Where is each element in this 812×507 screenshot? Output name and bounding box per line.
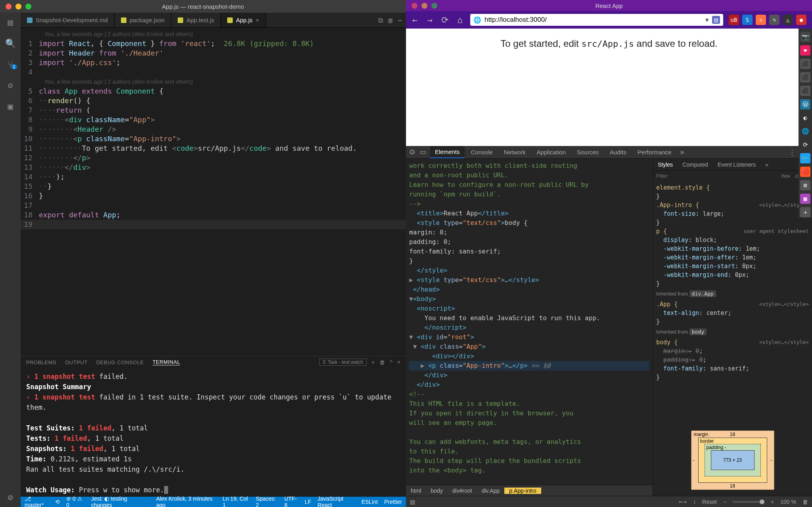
git-branch[interactable]: ⎇ master* (25, 495, 49, 507)
tab-performance[interactable]: Performance (633, 146, 676, 158)
panel-tab-terminal[interactable]: TERMINAL (153, 359, 180, 365)
url-bar[interactable]: 🌐 ▾ ▤ (470, 14, 723, 26)
split-editor-icon[interactable]: ▥ (389, 16, 393, 24)
devtools-tabs: ⯐ ▭ Elements Console Network Application… (406, 146, 812, 159)
url-input[interactable] (485, 16, 702, 24)
dom-tree[interactable]: work correctly both with client-side rou… (406, 159, 653, 485)
kill-terminal-icon[interactable]: 🗑 (379, 359, 385, 365)
side-ext-4[interactable]: ⬛ (800, 72, 810, 83)
tab-app-js[interactable]: App.js× (221, 13, 266, 27)
prettier-status[interactable]: Prettier (384, 499, 402, 505)
zoom-out-icon[interactable]: − (723, 499, 726, 505)
close-panel-icon[interactable]: × (397, 359, 400, 365)
side-ext-11[interactable]: 🔴 (800, 167, 810, 177)
side-ext-twitter-icon[interactable]: 🐦 (800, 153, 810, 163)
extensions-icon[interactable]: ▣ (8, 102, 13, 111)
box-model[interactable]: margin 18 18 - - border padding - 773 × … (653, 424, 812, 496)
forward-button[interactable]: → (425, 15, 435, 25)
side-ext-2[interactable]: ❤ (800, 45, 810, 56)
panel-tab-output[interactable]: OUTPUT (65, 359, 87, 365)
eol[interactable]: LF (304, 499, 311, 505)
more-tabs-icon[interactable]: » (678, 148, 687, 156)
styles-tab-computed[interactable]: Computed (678, 161, 713, 168)
toggle-hov[interactable]: :hov (780, 173, 790, 179)
home-button[interactable]: ⌂ (455, 15, 465, 25)
codelens-authors[interactable]: You, a few seconds ago | 2 authors (Alex… (39, 29, 193, 39)
inspect-element-icon[interactable]: ⯐ (409, 148, 416, 156)
side-ext-9[interactable]: ⟳ (800, 140, 810, 150)
style-rules[interactable]: element.style { } <style>…</style>.App-i… (653, 182, 812, 424)
tab-elements[interactable]: Elements (430, 146, 465, 158)
device-toolbar-icon[interactable]: ▭ (420, 148, 426, 156)
devtools-menu-icon[interactable]: ⋮ (786, 148, 798, 157)
tab-sources[interactable]: Sources (572, 146, 603, 158)
tab-app-test[interactable]: App.test.js (171, 13, 221, 27)
more-actions-icon[interactable]: ⋯ (398, 16, 402, 24)
react-devtools-icon[interactable]: ⚛ (756, 15, 766, 25)
styles-tab-styles[interactable]: Styles (653, 161, 678, 168)
side-ext-8[interactable]: 🌐 (800, 126, 810, 136)
git-blame[interactable]: Alex Krolick, 3 minutes ago (156, 495, 216, 507)
compare-changes-icon[interactable]: ⧉ (378, 16, 383, 24)
responsive-height-icon[interactable]: ↕ (693, 499, 696, 505)
encoding[interactable]: UTF-8 (284, 495, 299, 507)
styles-tab-listeners[interactable]: Event Listeners (713, 161, 761, 168)
side-ext-3[interactable]: ⬛ (800, 59, 810, 69)
eslint-status[interactable]: ESLint (362, 499, 378, 505)
browser-viewport: 📷 ❤ ⬛ ⬛ ⬛ Ⓦ ◐ 🌐 ⟳ 🐦 🔴 ⚙ ▦ ＋ To get start… (406, 29, 812, 146)
reload-button[interactable]: ⟳ (440, 15, 450, 25)
jest-status[interactable]: Jest: ◐ testing changes (91, 495, 144, 507)
console-drawer-icon[interactable]: ▤ (410, 499, 415, 505)
codelens-authors-2[interactable]: You, a few seconds ago | 2 authors (Alex… (39, 77, 193, 86)
url-dropdown-icon[interactable]: ▾ (705, 16, 709, 24)
code-editor[interactable]: You, a few seconds ago | 2 authors (Alex… (21, 28, 406, 356)
tab-audits[interactable]: Audits (605, 146, 631, 158)
settings-gear-icon[interactable]: ⚙ (8, 492, 13, 502)
side-ext-5[interactable]: ⬛ (800, 86, 810, 96)
pocket-icon[interactable]: ● (796, 15, 806, 25)
tab-snapshot-dev[interactable]: Snapshot-Development.md (21, 13, 115, 27)
sync-icon[interactable]: ⟲ (55, 499, 60, 505)
terminal-output[interactable]: › 1 snapshot test failed. Snapshot Summa… (21, 368, 406, 497)
responsive-width-icon[interactable]: ⟷ (679, 499, 687, 505)
tab-network[interactable]: Network (499, 146, 530, 158)
ext-icon-5[interactable]: △ (783, 15, 793, 25)
styles-filter-input[interactable] (656, 173, 776, 179)
terminal-selector[interactable]: 3: Task - test:watch (319, 359, 367, 366)
crumb-body[interactable]: body (426, 488, 447, 494)
explorer-icon[interactable]: ▤ (8, 17, 13, 27)
crumb-root[interactable]: div#root (448, 488, 477, 494)
ext-icon-4[interactable]: ✎ (769, 15, 779, 25)
crumb-app-intro[interactable]: p.App-intro (504, 488, 541, 494)
language-mode[interactable]: JavaScript React (318, 495, 355, 507)
trash-icon[interactable]: 🗑 (802, 499, 808, 505)
side-ext-1[interactable]: 📷 (800, 32, 810, 42)
side-ext-wordpress-icon[interactable]: Ⓦ (800, 99, 810, 109)
indent[interactable]: Spaces: 2 (256, 495, 278, 507)
debug-icon[interactable]: ⊘ (8, 81, 13, 90)
back-button[interactable]: ← (410, 15, 419, 25)
side-ext-12[interactable]: ⚙ (800, 180, 810, 190)
reset-zoom[interactable]: Reset (702, 499, 717, 505)
tab-console[interactable]: Console (466, 146, 498, 158)
stylus-icon[interactable]: S (742, 15, 753, 25)
more-styles-tabs-icon[interactable]: » (760, 161, 773, 168)
problems-count[interactable]: ⊘ 0 ⚠ 0 (66, 495, 85, 507)
close-tab-icon[interactable]: × (256, 17, 259, 23)
crumb-html[interactable]: html (406, 488, 426, 494)
tab-package-json[interactable]: package.json (115, 13, 171, 27)
ublock-icon[interactable]: uB (729, 15, 739, 25)
maximize-panel-icon[interactable]: ^ (390, 359, 393, 365)
side-ext-13[interactable]: ▦ (800, 194, 810, 204)
side-ext-7[interactable]: ◐ (800, 113, 810, 123)
reader-mode-icon[interactable]: ▤ (712, 16, 720, 24)
panel-tab-debug[interactable]: DEBUG CONSOLE (96, 359, 144, 365)
zoom-in-icon[interactable]: + (771, 499, 774, 505)
new-terminal-icon[interactable]: + (372, 359, 375, 365)
cursor-position[interactable]: Ln 19, Col 1 (222, 495, 249, 507)
search-icon[interactable]: 🔍 (5, 38, 16, 48)
crumb-app[interactable]: div.App (477, 488, 505, 494)
tab-application[interactable]: Application (532, 146, 571, 158)
side-ext-add-icon[interactable]: ＋ (800, 207, 810, 217)
panel-tab-problems[interactable]: PROBLEMS (26, 359, 56, 365)
